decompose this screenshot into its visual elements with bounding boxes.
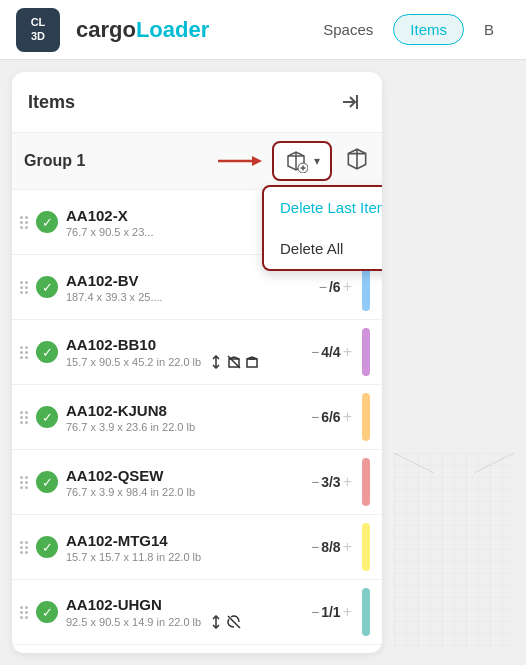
decrease-button[interactable]: − (311, 474, 319, 490)
drag-handle[interactable] (20, 216, 28, 229)
dropdown-caret: ▾ (314, 154, 320, 168)
item-dims: 15.7 x 15.7 x 11.8 in 22.0 lb (66, 551, 311, 563)
item-info: AA102-MTG14 15.7 x 15.7 x 11.8 in 22.0 l… (66, 532, 311, 563)
drag-handle[interactable] (20, 606, 28, 619)
add-item-dropdown-button[interactable]: ▾ (272, 141, 332, 181)
item-info: AA102-UHGN 92.5 x 90.5 x 14.9 in 22.0 lb (66, 596, 311, 629)
item-count: − /6 + (319, 278, 352, 296)
count-value: 6/6 (321, 409, 340, 425)
item-check-icon: ✓ (36, 341, 58, 363)
decrease-button[interactable]: − (319, 279, 327, 295)
item-name: AA102-BV (66, 272, 319, 289)
item-color-bar (362, 588, 370, 636)
item-icons (209, 615, 241, 629)
svg-marker-3 (252, 156, 262, 166)
nav-items[interactable]: Items (393, 14, 464, 45)
decrease-button[interactable]: − (311, 409, 319, 425)
delete-last-item-button[interactable]: Delete Last Item (264, 187, 382, 228)
panel-expand-button[interactable] (334, 86, 366, 118)
item-info: AA102-BB10 15.7 x 90.5 x 45.2 in 22.0 lb (66, 336, 311, 369)
item-check-icon: ✓ (36, 211, 58, 233)
decrease-button[interactable]: − (311, 344, 319, 360)
item-dims: 76.7 x 3.9 x 23.6 in 22.0 lb (66, 421, 311, 433)
group-row: Group 1 (12, 133, 382, 190)
app-title: cargoLoader (76, 17, 209, 43)
increase-button[interactable]: + (343, 538, 352, 556)
increase-button[interactable]: + (343, 278, 352, 296)
item-name: AA102-UHGN (66, 596, 311, 613)
dropdown-menu: Delete Last Item Delete All (262, 185, 382, 271)
group-settings-button[interactable] (344, 146, 370, 176)
box-add-icon (284, 149, 308, 173)
item-name: AA102-QSEW (66, 467, 311, 484)
item-count: − 8/8 + (311, 538, 352, 556)
decrease-button[interactable]: − (311, 539, 319, 555)
svg-rect-16 (247, 359, 257, 367)
table-row: ✓ AA102-UHGN 92.5 x 90.5 x 14.9 in 22.0 … (12, 580, 382, 645)
count-value: 3/3 (321, 474, 340, 490)
item-check-icon: ✓ (36, 536, 58, 558)
item-dims: 15.7 x 90.5 x 45.2 in 22.0 lb (66, 355, 311, 369)
orientation-icon (209, 615, 223, 629)
increase-button[interactable]: + (343, 408, 352, 426)
item-color-bar (362, 328, 370, 376)
navbar: CL3D cargoLoader Spaces Items B (0, 0, 526, 60)
nav-b[interactable]: B (468, 15, 510, 44)
drag-handle[interactable] (20, 541, 28, 554)
item-info: AA102-QSEW 76.7 x 3.9 x 98.4 in 22.0 lb (66, 467, 311, 498)
item-dims: 187.4 x 39.3 x 25.... (66, 291, 319, 303)
grid-area (382, 60, 526, 665)
drag-handle[interactable] (20, 281, 28, 294)
item-count: − 1/1 + (311, 603, 352, 621)
item-check-icon: ✓ (36, 601, 58, 623)
item-info: AA102-BV 187.4 x 39.3 x 25.... (66, 272, 319, 303)
no-rotate-icon (227, 615, 241, 629)
nav-links: Spaces Items B (307, 14, 510, 45)
dropdown-trigger-area: ▾ Delete Last Item Delete All (272, 141, 332, 181)
item-dims: 92.5 x 90.5 x 14.9 in 22.0 lb (66, 615, 311, 629)
nav-spaces[interactable]: Spaces (307, 15, 389, 44)
red-arrow-icon (216, 152, 264, 170)
table-row: ✓ AA102-KJUN8 76.7 x 3.9 x 23.6 in 22.0 … (12, 385, 382, 450)
item-icons (209, 355, 259, 369)
increase-button[interactable]: + (343, 473, 352, 491)
item-color-bar (362, 523, 370, 571)
decrease-button[interactable]: − (311, 604, 319, 620)
items-panel: Items Group 1 (12, 72, 382, 653)
pointer-arrow (216, 152, 264, 170)
item-count: − 4/4 + (311, 343, 352, 361)
drag-handle[interactable] (20, 411, 28, 424)
svg-rect-22 (394, 453, 514, 653)
main-layout: Items Group 1 (0, 60, 526, 665)
panel-header: Items (12, 72, 382, 133)
item-check-icon: ✓ (36, 471, 58, 493)
drag-handle[interactable] (20, 346, 28, 359)
count-value: 8/8 (321, 539, 340, 555)
delete-all-button[interactable]: Delete All (264, 228, 382, 269)
count-value: 4/4 (321, 344, 340, 360)
item-count: − 6/6 + (311, 408, 352, 426)
orientation-icon (209, 355, 223, 369)
group-label: Group 1 (24, 152, 216, 170)
item-check-icon: ✓ (36, 406, 58, 428)
item-name: AA102-BB10 (66, 336, 311, 353)
logo-icon: CL3D (16, 8, 60, 52)
item-name: AA102-MTG14 (66, 532, 311, 549)
item-dims: 76.7 x 3.9 x 98.4 in 22.0 lb (66, 486, 311, 498)
increase-button[interactable]: + (343, 603, 352, 621)
table-row: ✓ AA102-BB10 15.7 x 90.5 x 45.2 in 22.0 … (12, 320, 382, 385)
item-color-bar (362, 393, 370, 441)
drag-handle[interactable] (20, 476, 28, 489)
increase-button[interactable]: + (343, 343, 352, 361)
item-color-bar (362, 458, 370, 506)
panel-title: Items (28, 92, 75, 113)
table-row: ✓ AA102-MTG14 15.7 x 15.7 x 11.8 in 22.0… (12, 515, 382, 580)
count-value: 1/1 (321, 604, 340, 620)
item-name: AA102-KJUN8 (66, 402, 311, 419)
item-check-icon: ✓ (36, 276, 58, 298)
item-info: AA102-KJUN8 76.7 x 3.9 x 23.6 in 22.0 lb (66, 402, 311, 433)
arrow-right-icon (339, 91, 361, 113)
box-x-icon (245, 355, 259, 369)
cargo-grid (394, 453, 514, 653)
count-value: /6 (329, 279, 341, 295)
